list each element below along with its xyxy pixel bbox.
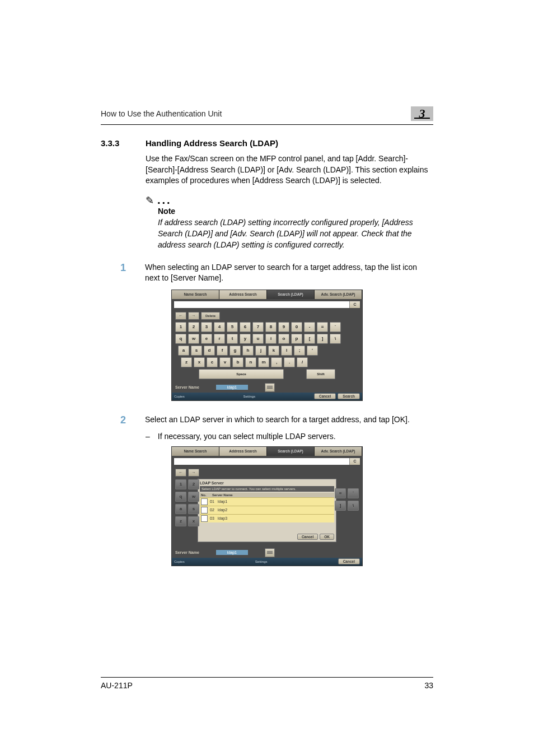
server-list-icon[interactable] xyxy=(265,383,275,392)
server-row[interactable]: 01 ldap1 xyxy=(200,497,334,506)
clear-button[interactable]: C xyxy=(349,301,360,308)
step-1: 1 When selecting an LDAP server to searc… xyxy=(120,262,433,284)
key[interactable]: e xyxy=(201,334,212,344)
key[interactable]: ] xyxy=(317,334,328,344)
cancel-button[interactable]: Cancel xyxy=(314,393,336,399)
key[interactable]: ; xyxy=(294,346,305,356)
key[interactable]: ` xyxy=(330,322,341,332)
tab-search-ldap[interactable]: Search (LDAP) xyxy=(267,290,315,299)
key[interactable]: r xyxy=(214,334,225,344)
tab-name-search[interactable]: Name Search xyxy=(172,447,219,456)
row-no: 03 xyxy=(210,516,218,520)
note-label: Note xyxy=(158,207,433,216)
key[interactable]: 8 xyxy=(265,322,277,332)
key[interactable]: 0 xyxy=(291,322,302,332)
key[interactable]: h xyxy=(242,346,254,356)
tab-name-search[interactable]: Name Search xyxy=(172,290,219,299)
row-no: 02 xyxy=(210,508,218,512)
footer-settings[interactable]: Settings xyxy=(243,395,255,398)
key[interactable]: = xyxy=(317,322,328,332)
checkbox[interactable] xyxy=(201,498,208,505)
key[interactable]: 5 xyxy=(227,322,238,332)
tab-adv-search-ldap[interactable]: Adv. Search (LDAP) xyxy=(315,447,362,456)
key[interactable]: [ xyxy=(304,334,315,344)
step-text: When selecting an LDAP server to search … xyxy=(145,262,433,284)
key[interactable]: 1 xyxy=(175,322,186,332)
key[interactable]: 2 xyxy=(188,322,199,332)
kb-row-3: a s d f g h j k l ; ' xyxy=(175,346,359,356)
server-list-icon[interactable] xyxy=(265,548,275,557)
dialog-title: LDAP Server xyxy=(200,481,334,485)
key[interactable]: v xyxy=(219,357,231,367)
checkbox[interactable] xyxy=(201,507,208,514)
tab-search-ldap[interactable]: Search (LDAP) xyxy=(267,447,315,456)
key[interactable]: f xyxy=(217,346,228,356)
key[interactable]: d xyxy=(204,346,215,356)
key[interactable]: 6 xyxy=(240,322,251,332)
dialog-ok-button[interactable]: OK xyxy=(320,534,334,540)
background-keys-left: 12 qw as zx xyxy=(175,479,199,526)
key[interactable]: o xyxy=(278,334,289,344)
key[interactable]: a xyxy=(178,346,189,356)
key[interactable]: ' xyxy=(307,346,318,356)
note-icon: ✎ xyxy=(146,195,154,206)
shift-key[interactable]: Shift xyxy=(306,369,335,379)
delete-button[interactable]: Delete xyxy=(201,312,220,320)
nav-back-button[interactable]: ← xyxy=(175,469,186,477)
key[interactable]: m xyxy=(258,357,269,367)
footer-settings[interactable]: Settings xyxy=(255,560,268,563)
key[interactable]: z xyxy=(181,357,192,367)
tab-adv-search-ldap[interactable]: Adv. Search (LDAP) xyxy=(315,290,362,299)
key[interactable]: t xyxy=(227,334,238,344)
key[interactable]: - xyxy=(304,322,315,332)
key[interactable]: 3 xyxy=(201,322,212,332)
server-row[interactable]: 03 ldap3 xyxy=(200,514,334,522)
tab-address-search[interactable]: Address Search xyxy=(219,290,267,299)
key[interactable]: 9 xyxy=(278,322,289,332)
text-input-bar: C xyxy=(174,458,360,465)
key[interactable]: x xyxy=(194,357,205,367)
clear-button[interactable]: C xyxy=(349,458,360,465)
key[interactable]: / xyxy=(297,357,308,367)
nav-forward-button[interactable]: → xyxy=(188,312,199,320)
server-name-row: Server Name ldap1 xyxy=(172,548,362,558)
server-row[interactable]: 02 ldap2 xyxy=(200,506,334,514)
chapter-badge: 3 xyxy=(411,106,433,121)
key[interactable]: s xyxy=(191,346,202,356)
cancel-button[interactable]: Cancel xyxy=(338,558,360,564)
screenshot-ldap-dialog: Name Search Address Search Search (LDAP)… xyxy=(171,446,363,566)
footer-page-number: 33 xyxy=(424,681,433,690)
kb-row-bottom: Space Shift xyxy=(175,369,359,379)
key[interactable]: . xyxy=(284,357,295,367)
nav-back-button[interactable]: ← xyxy=(175,312,186,320)
dialog-cancel-button[interactable]: Cancel xyxy=(297,534,318,540)
key[interactable]: c xyxy=(207,357,218,367)
key[interactable]: j xyxy=(255,346,266,356)
key[interactable]: b xyxy=(232,357,243,367)
ss-footer: Copies Settings Cancel xyxy=(172,558,362,566)
key[interactable]: p xyxy=(291,334,302,344)
ss-tabs: Name Search Address Search Search (LDAP)… xyxy=(172,447,362,456)
key[interactable]: n xyxy=(245,357,256,367)
key[interactable]: \ xyxy=(330,334,341,344)
space-key[interactable]: Space xyxy=(199,369,284,379)
background-keys-right: =` ]\ xyxy=(335,488,359,511)
key[interactable]: 7 xyxy=(252,322,264,332)
key[interactable]: w xyxy=(188,334,199,344)
key[interactable]: y xyxy=(240,334,251,344)
row-name: ldap1 xyxy=(218,500,227,503)
key[interactable]: q xyxy=(175,334,186,344)
key[interactable]: u xyxy=(252,334,264,344)
key[interactable]: 4 xyxy=(214,322,225,332)
search-button[interactable]: Search xyxy=(338,393,360,399)
nav-forward-button[interactable]: → xyxy=(188,469,199,477)
key[interactable]: k xyxy=(268,346,279,356)
key[interactable]: , xyxy=(271,357,282,367)
checkbox[interactable] xyxy=(201,515,208,522)
tab-address-search[interactable]: Address Search xyxy=(219,447,267,456)
key: s xyxy=(188,504,199,514)
key[interactable]: i xyxy=(265,334,277,344)
key[interactable]: g xyxy=(229,346,241,356)
text-input-bar[interactable]: C xyxy=(174,301,360,308)
key[interactable]: l xyxy=(281,346,292,356)
